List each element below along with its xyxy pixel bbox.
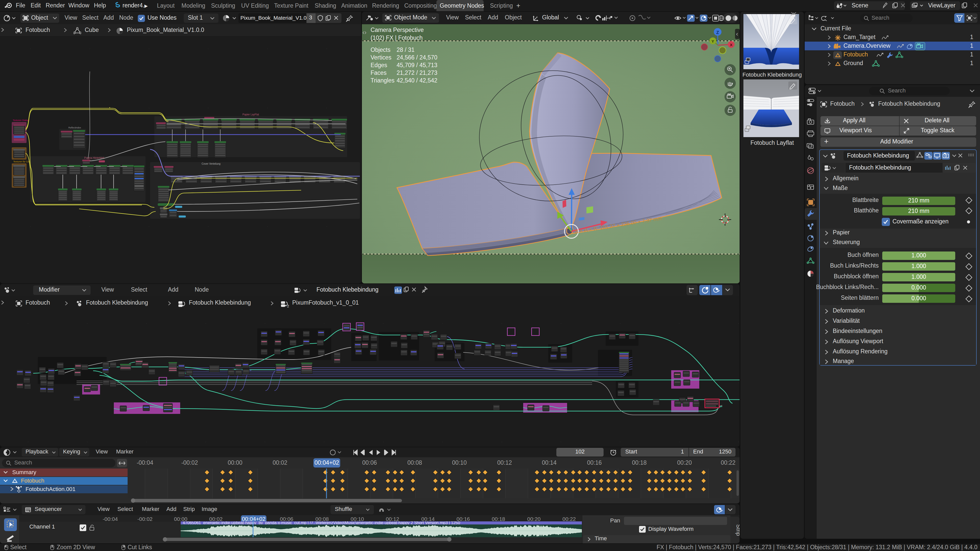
svg-text:Y: Y xyxy=(711,39,714,43)
svg-text:42,540 / 42,542: 42,540 / 42,542 xyxy=(396,77,438,84)
svg-text:(102) FX | Fotobuch: (102) FX | Fotobuch xyxy=(371,35,423,41)
svg-text:45,709 / 45,713: 45,709 / 45,713 xyxy=(396,62,438,68)
svg-text:2: 2 xyxy=(287,304,289,308)
svg-text:Z: Z xyxy=(716,30,719,35)
svg-text:Vertices: Vertices xyxy=(371,54,391,61)
svg-text:X: X xyxy=(730,43,732,47)
svg-text:Reflectindex: Reflectindex xyxy=(68,126,81,129)
svg-text:24,566 / 24,570: 24,566 / 24,570 xyxy=(396,54,438,61)
svg-text:21,272 / 21,273: 21,272 / 21,273 xyxy=(396,70,438,76)
svg-text:Strip: Strip xyxy=(735,524,740,536)
svg-text:Edges: Edges xyxy=(371,62,387,68)
svg-text:‹›: ‹› xyxy=(363,29,366,36)
svg-text:Papier LayFlat: Papier LayFlat xyxy=(242,113,259,116)
svg-text:‹: ‹ xyxy=(736,30,738,37)
svg-text:Triangles: Triangles xyxy=(371,77,395,84)
svg-text:Texturen Dialog: Texturen Dialog xyxy=(13,119,29,121)
svg-text:Objects: Objects xyxy=(371,46,390,53)
svg-text:28 / 31: 28 / 31 xyxy=(396,46,414,53)
svg-text:Camera Perspective: Camera Perspective xyxy=(371,27,424,33)
svg-text:Cover Verteilung: Cover Verteilung xyxy=(202,162,221,165)
svg-text:Faces: Faces xyxy=(371,70,387,76)
